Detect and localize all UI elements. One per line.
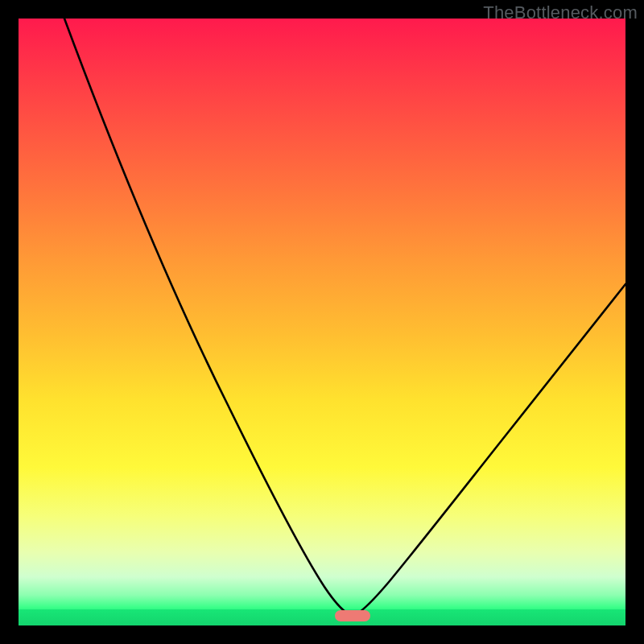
optimal-point-marker [335,610,370,621]
bottleneck-curve-path [64,19,625,616]
plot-area [19,19,625,625]
chart-frame [19,19,625,625]
bottleneck-curve [19,19,625,625]
